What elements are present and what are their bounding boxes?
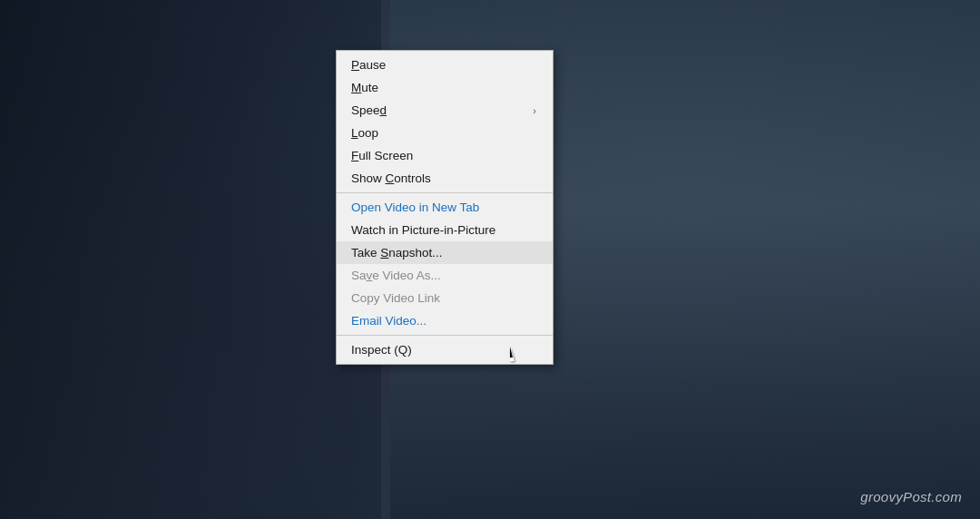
- menu-item-show-controls-label: Show Controls: [351, 171, 431, 185]
- menu-item-take-snapshot[interactable]: Take Snapshot...: [337, 241, 553, 264]
- menu-item-show-controls[interactable]: Show Controls: [337, 167, 553, 190]
- menu-item-save-video-as[interactable]: Save Video As...: [337, 264, 553, 287]
- context-menu: Pause Mute Speed › Loop Full Screen Show…: [336, 50, 554, 365]
- menu-separator-2: [337, 335, 553, 336]
- menu-item-loop-label: Loop: [351, 126, 378, 140]
- menu-item-watch-pip-label: Watch in Picture-in-Picture: [351, 223, 495, 237]
- menu-item-full-screen-label: Full Screen: [351, 149, 413, 162]
- watermark: groovyPost.com: [860, 489, 962, 504]
- menu-item-inspect-label: Inspect (Q): [351, 343, 412, 357]
- menu-item-email-video[interactable]: Email Video...: [337, 309, 553, 332]
- menu-item-mute-label: Mute: [351, 81, 378, 94]
- menu-item-save-video-as-label: Save Video As...: [351, 269, 441, 282]
- menu-item-watch-pip[interactable]: Watch in Picture-in-Picture: [337, 219, 553, 241]
- menu-item-speed[interactable]: Speed ›: [337, 99, 553, 122]
- menu-item-pause[interactable]: Pause: [337, 54, 553, 76]
- menu-item-copy-video-link-label: Copy Video Link: [351, 291, 440, 305]
- menu-item-email-video-label: Email Video...: [351, 314, 426, 328]
- menu-item-pause-label: Pause: [351, 58, 386, 72]
- menu-item-open-video-new-tab-label: Open Video in New Tab: [351, 201, 479, 214]
- menu-item-inspect[interactable]: Inspect (Q): [337, 338, 553, 361]
- menu-separator-1: [337, 192, 553, 193]
- menu-item-open-video-new-tab[interactable]: Open Video in New Tab: [337, 196, 553, 219]
- menu-item-take-snapshot-label: Take Snapshot...: [351, 246, 443, 260]
- menu-item-speed-label: Speed: [351, 103, 387, 117]
- menu-item-copy-video-link[interactable]: Copy Video Link: [337, 287, 553, 309]
- menu-item-loop[interactable]: Loop: [337, 122, 553, 144]
- menu-item-mute[interactable]: Mute: [337, 76, 553, 99]
- speed-submenu-arrow: ›: [533, 105, 536, 116]
- menu-item-full-screen[interactable]: Full Screen: [337, 144, 553, 167]
